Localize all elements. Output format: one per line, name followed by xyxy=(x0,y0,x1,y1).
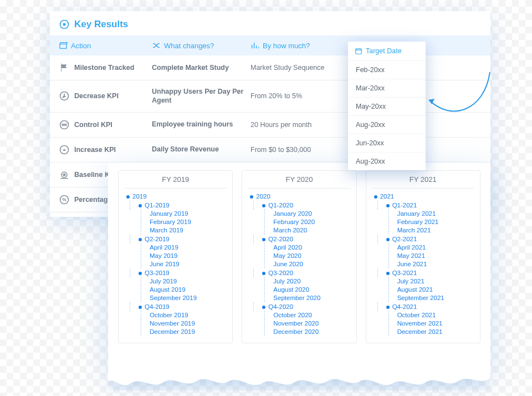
col-action-header[interactable]: Action xyxy=(59,41,147,50)
month-node[interactable]: December 2021 xyxy=(372,328,474,335)
cell-what: Employee training hours xyxy=(152,120,246,129)
month-node[interactable]: June 2021 xyxy=(372,261,474,267)
svg-text:%: % xyxy=(62,197,66,202)
quarter-node[interactable]: Q2-2021 xyxy=(372,236,474,242)
kpi-type-icon xyxy=(59,119,70,130)
month-node[interactable]: May 2020 xyxy=(248,252,350,259)
quarter-node[interactable]: Q1-2020 xyxy=(248,202,350,209)
kpi-type-icon xyxy=(59,90,70,101)
fiscal-year-column: FY 20202020Q1-2020January 2020February 2… xyxy=(242,170,356,343)
quarter-node[interactable]: Q4-2019 xyxy=(124,303,227,310)
month-node[interactable]: December 2020 xyxy=(248,328,350,335)
fy-title: FY 2019 xyxy=(124,175,227,189)
cell-how: 20 Hours per month xyxy=(250,121,347,129)
target-date-dropdown[interactable]: Target Date Feb-20xxMar-20xxMay-20xxAug-… xyxy=(348,42,426,170)
fiscal-year-column: FY 20212021Q1-2021January 2021February 2… xyxy=(366,170,480,343)
month-node[interactable]: January 2020 xyxy=(248,210,350,217)
col-how-header[interactable]: By how much? xyxy=(250,41,347,50)
month-node[interactable]: March 2021 xyxy=(372,227,474,233)
cell-action: Milestone Tracked xyxy=(59,62,147,73)
svg-rect-11 xyxy=(356,49,362,54)
cell-how: From 20% to 5% xyxy=(250,92,347,100)
month-node[interactable]: March 2019 xyxy=(124,227,227,233)
quarter-node[interactable]: Q4-2021 xyxy=(372,303,474,310)
month-node[interactable]: February 2019 xyxy=(124,219,227,225)
quarter-node[interactable]: Q3-2021 xyxy=(372,270,474,276)
dropdown-header: Target Date xyxy=(348,42,426,61)
month-node[interactable]: April 2021 xyxy=(372,244,474,251)
quarter-node[interactable]: Q1-2019 xyxy=(124,202,227,209)
kpi-type-icon xyxy=(59,144,70,155)
month-node[interactable]: June 2020 xyxy=(248,261,350,267)
col-how-label: By how much? xyxy=(263,42,310,50)
month-node[interactable]: November 2019 xyxy=(124,320,227,327)
cell-how: From $0 to $30,000 xyxy=(250,146,347,154)
month-node[interactable]: November 2021 xyxy=(372,320,474,327)
quarter-node[interactable]: Q1-2021 xyxy=(372,202,474,209)
dropdown-item[interactable]: May-20xx xyxy=(348,98,426,116)
chart-icon xyxy=(250,41,259,50)
dropdown-item[interactable]: Feb-20xx xyxy=(348,61,426,79)
quarter-node[interactable]: Q2-2020 xyxy=(248,236,350,242)
kpi-type-icon: % xyxy=(59,194,70,205)
month-node[interactable]: July 2021 xyxy=(372,278,474,285)
month-node[interactable]: April 2019 xyxy=(124,244,227,251)
panel-header: Key Results xyxy=(50,11,490,35)
svg-point-8 xyxy=(63,174,65,175)
action-label: Decrease KPI xyxy=(74,92,119,100)
month-node[interactable]: December 2019 xyxy=(124,328,227,335)
shuffle-icon xyxy=(152,41,161,50)
month-node[interactable]: September 2020 xyxy=(248,295,350,301)
dropdown-item[interactable]: Mar-20xx xyxy=(348,79,426,98)
fy-title: FY 2021 xyxy=(372,175,474,189)
month-node[interactable]: November 2020 xyxy=(248,320,350,327)
month-node[interactable]: July 2019 xyxy=(124,278,227,285)
month-node[interactable]: February 2021 xyxy=(372,219,474,225)
month-node[interactable]: August 2020 xyxy=(248,286,350,293)
quarter-node[interactable]: Q3-2019 xyxy=(124,270,227,276)
action-label: Increase KPI xyxy=(74,146,116,154)
month-node[interactable]: August 2019 xyxy=(124,286,227,293)
cell-action: Increase KPI xyxy=(59,144,147,155)
month-node[interactable]: October 2021 xyxy=(372,312,474,318)
quarter-node[interactable]: Q3-2020 xyxy=(248,270,350,276)
panel-title: Key Results xyxy=(74,19,128,30)
dropdown-item[interactable]: Aug-20xx xyxy=(348,116,426,134)
torn-edge xyxy=(108,367,490,390)
month-node[interactable]: July 2020 xyxy=(248,278,350,285)
month-node[interactable]: May 2019 xyxy=(124,252,227,259)
month-node[interactable]: October 2020 xyxy=(248,312,350,318)
dropdown-item[interactable]: Jun-20xx xyxy=(348,134,426,153)
dropdown-item[interactable]: Aug-20xx xyxy=(348,153,426,170)
fiscal-year-column: FY 20192019Q1-2019January 2019February 2… xyxy=(118,170,233,343)
quarter-node[interactable]: Q4-2020 xyxy=(248,303,350,310)
cell-how: Market Study Sequence xyxy=(250,64,347,72)
kpi-type-icon xyxy=(59,169,70,180)
cell-what: Daily Store Revenue xyxy=(152,145,246,154)
year-node[interactable]: 2019 xyxy=(124,193,227,200)
col-action-label: Action xyxy=(71,42,91,50)
cell-what: Unhappy Users Per Day Per Agent xyxy=(152,87,246,105)
cell-action: Control KPI xyxy=(59,119,147,130)
month-node[interactable]: May 2021 xyxy=(372,252,474,259)
svg-rect-2 xyxy=(60,44,66,48)
fy-tree: 2020Q1-2020January 2020February 2020Marc… xyxy=(248,193,350,335)
month-node[interactable]: January 2021 xyxy=(372,210,474,217)
col-what-header[interactable]: What changes? xyxy=(152,41,246,50)
month-node[interactable]: October 2019 xyxy=(124,312,227,318)
fy-tree: 2021Q1-2021January 2021February 2021Marc… xyxy=(372,193,474,335)
month-node[interactable]: March 2020 xyxy=(248,227,350,233)
month-node[interactable]: January 2019 xyxy=(124,210,227,217)
svg-point-5 xyxy=(60,120,69,129)
year-node[interactable]: 2021 xyxy=(372,193,474,200)
kpi-type-icon xyxy=(59,62,70,73)
month-node[interactable]: June 2019 xyxy=(124,261,227,267)
month-node[interactable]: September 2019 xyxy=(124,295,227,301)
fy-tree: 2019Q1-2019January 2019February 2019Marc… xyxy=(124,193,227,335)
month-node[interactable]: September 2021 xyxy=(372,295,474,301)
month-node[interactable]: April 2020 xyxy=(248,244,350,251)
month-node[interactable]: February 2020 xyxy=(248,219,350,225)
year-node[interactable]: 2020 xyxy=(248,193,350,200)
quarter-node[interactable]: Q2-2019 xyxy=(124,236,227,242)
month-node[interactable]: August 2021 xyxy=(372,286,474,293)
